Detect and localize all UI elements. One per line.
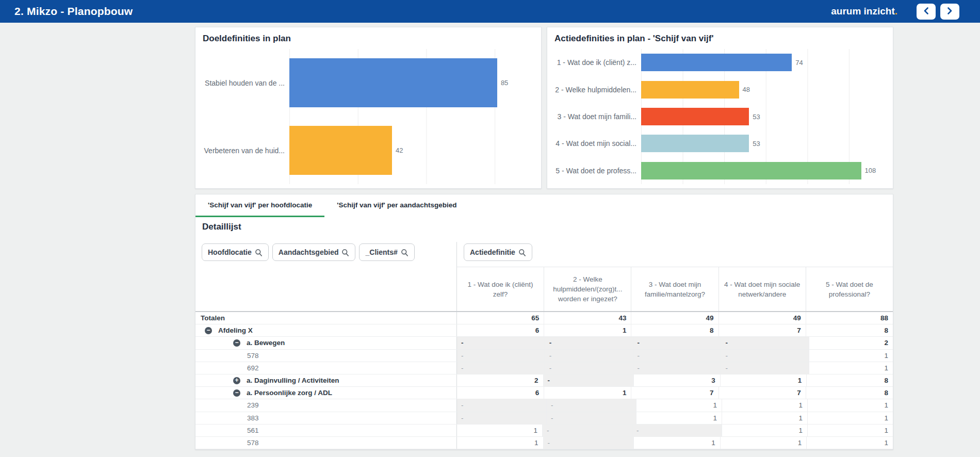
table-row: 692----1: [195, 362, 893, 374]
table-row: 239--111: [195, 399, 893, 412]
bar-4-wat-doet-mijn-social[interactable]: [641, 135, 749, 152]
chart-card-actiedefinities: Actiedefinities in plan - 'Schijf van vi…: [547, 27, 893, 189]
table-cell: -: [546, 399, 636, 411]
bar-verbeteren-van-de-huid[interactable]: [289, 126, 392, 175]
table-cell: -: [457, 399, 546, 411]
table-cell: -: [632, 425, 722, 436]
table-cell: 1: [720, 437, 807, 449]
actiedefinities-bar-chart: 1 - Wat doe ik (cliënt) z...742 - Welke …: [554, 49, 886, 184]
row-label: a. Daginvulling / Activiteiten: [247, 377, 339, 384]
table-cell: 1: [633, 437, 720, 449]
bar-row: 5 - Wat doet de profess...108: [554, 157, 886, 184]
row-label: 692: [247, 364, 259, 372]
bar-stabiel-houden-van-de[interactable]: [289, 58, 497, 107]
table-row: Totalen6543494988: [195, 312, 893, 324]
table-row: 383--111: [195, 412, 893, 425]
filter-actiedefinitie-button[interactable]: Actiedefinitie: [464, 243, 532, 261]
row-label-cell: −a. Bewegen: [195, 337, 457, 349]
table-cell: -: [721, 350, 809, 362]
expand-plus-icon[interactable]: +: [233, 377, 240, 384]
brand-logo: aurum inzicht.: [831, 6, 897, 17]
row-label-cell: 561: [195, 425, 457, 436]
row-label: 239: [247, 401, 259, 409]
table-cell: 8: [631, 324, 718, 336]
tab-bar: 'Schijf van vijf' per hoofdlocatie'Schij…: [195, 194, 893, 217]
row-label: 561: [247, 427, 259, 434]
table-cell: -: [633, 337, 721, 349]
bar-category-label: Verbeteren van de huid...: [203, 146, 289, 155]
bar-value-label: 42: [396, 146, 403, 154]
filter-row: HoofdlocatieAandachtsgebied_Clients# Act…: [202, 243, 893, 263]
table-row: −a. Persoonlijke zorg / ADL61778: [195, 387, 893, 399]
table-cell: 3: [633, 374, 720, 386]
filter-hoofdlocatie-button[interactable]: Hoofdlocatie: [202, 243, 269, 261]
table-cell: 8: [806, 324, 893, 336]
filter-group-dimensions: HoofdlocatieAandachtsgebied_Clients#: [202, 243, 415, 261]
bar-1-wat-doe-ik-cli-nt-z[interactable]: [641, 54, 792, 71]
table-cell: 1: [722, 399, 807, 411]
column-header: 5 - Wat doet de professional?: [806, 267, 893, 311]
collapse-minus-icon[interactable]: −: [233, 389, 240, 397]
bar-2-welke-hulpmiddelen[interactable]: [641, 81, 739, 99]
row-label-cell: 383: [195, 412, 457, 424]
table-cell: 49: [718, 312, 806, 324]
row-label-cell: −a. Persoonlijke zorg / ADL: [195, 387, 457, 399]
bar-3-wat-doet-mijn-famili[interactable]: [641, 108, 749, 125]
table-cell: 1: [722, 412, 807, 424]
table-cell: 1: [544, 387, 631, 399]
row-label: a. Persoonlijke zorg / ADL: [247, 389, 332, 397]
prev-sheet-button[interactable]: [917, 4, 936, 20]
bar-row: Stabiel houden van de ...85: [203, 49, 534, 117]
table-row: 578----1: [195, 350, 893, 362]
table-row: −Afdeling X61878: [195, 324, 893, 337]
bar-track: 74: [641, 49, 886, 76]
table-cell: -: [543, 374, 634, 386]
collapse-minus-icon[interactable]: −: [233, 339, 240, 347]
filter-clients#-button[interactable]: _Clients#: [359, 243, 414, 261]
table-header-row: 1 - Wat doe ik (cliënt) zelf?2 - Welke h…: [457, 267, 893, 311]
row-label-cell: 578: [195, 437, 457, 449]
brand-text: aurum inzicht: [831, 6, 895, 17]
row-label-cell: 239: [195, 399, 457, 411]
column-header: 2 - Welke hulpmiddelen/(zorg)t... worden…: [544, 267, 631, 311]
column-header: 1 - Wat doe ik (cliënt) zelf?: [457, 267, 544, 311]
row-label: a. Bewegen: [247, 339, 285, 347]
table-row: +a. Daginvulling / Activiteiten2-318: [195, 374, 893, 387]
row-label-cell: Totalen: [195, 312, 457, 324]
bar-row: Verbeteren van de huid...42: [203, 117, 534, 184]
bar-track: 42: [289, 117, 534, 184]
next-sheet-button[interactable]: [940, 4, 959, 20]
table-cell: -: [542, 425, 632, 436]
filter-aandachtsgebied-button[interactable]: Aandachtsgebied: [272, 243, 356, 261]
tab-schijf-van-vijf-per-aandachtsgebied[interactable]: 'Schijf van vijf' per aandachtsgebied: [324, 194, 469, 217]
table-cell: -: [457, 337, 545, 349]
doeldefinities-bar-chart: Stabiel houden van de ...85Verbeteren va…: [203, 49, 534, 184]
table-cell: 6: [457, 387, 544, 399]
collapse-minus-icon[interactable]: −: [205, 327, 212, 334]
detail-title: Detaillijst: [202, 222, 241, 232]
table-cell: 1: [807, 425, 893, 436]
filter-button-label: Aandachtsgebied: [279, 248, 339, 256]
table-cell: -: [633, 362, 721, 374]
table-cell: -: [543, 437, 634, 449]
column-header: 4 - Wat doet mijn sociale netwerk/andere: [718, 267, 806, 311]
bar-category-label: 4 - Wat doet mijn social...: [554, 139, 641, 148]
bar-5-wat-doet-de-profess[interactable]: [641, 162, 861, 179]
table-cell: 1: [807, 399, 893, 411]
table-row: 5781-111: [195, 437, 893, 449]
table-cell: 8: [806, 374, 893, 386]
table-cell: 49: [631, 312, 718, 324]
table-cell: -: [545, 337, 633, 349]
search-icon: [341, 249, 349, 256]
table-cell: -: [457, 362, 545, 374]
search-icon: [401, 249, 409, 256]
row-label: Afdeling X: [218, 327, 253, 334]
page-title: 2. Mikzo - Planopbouw: [14, 5, 133, 18]
table-cell: -: [457, 350, 545, 362]
table-cell: 2: [809, 337, 893, 349]
row-label: 578: [247, 352, 259, 360]
row-label-cell: 692: [195, 362, 457, 374]
table-cell: 7: [718, 387, 806, 399]
bar-category-label: 1 - Wat doe ik (cliënt) z...: [554, 58, 641, 67]
tab-schijf-van-vijf-per-hoofdlocatie[interactable]: 'Schijf van vijf' per hoofdlocatie: [195, 194, 324, 217]
